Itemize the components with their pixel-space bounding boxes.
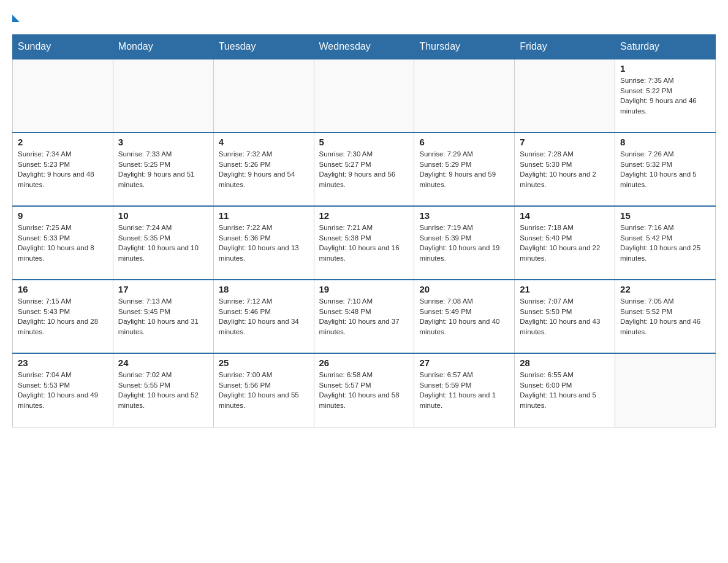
day-number: 14 — [520, 210, 610, 221]
calendar-cell — [13, 59, 113, 132]
day-info: Sunrise: 7:15 AM Sunset: 5:43 PM Dayligh… — [18, 296, 108, 337]
calendar-header-saturday: Saturday — [615, 35, 716, 59]
calendar-cell: 27Sunrise: 6:57 AM Sunset: 5:59 PM Dayli… — [414, 353, 515, 427]
day-info: Sunrise: 7:34 AM Sunset: 5:23 PM Dayligh… — [18, 149, 108, 190]
day-info: Sunrise: 7:32 AM Sunset: 5:26 PM Dayligh… — [219, 149, 309, 190]
day-info: Sunrise: 7:33 AM Sunset: 5:25 PM Dayligh… — [118, 149, 208, 190]
day-info: Sunrise: 7:30 AM Sunset: 5:27 PM Dayligh… — [319, 149, 409, 190]
day-info: Sunrise: 7:16 AM Sunset: 5:42 PM Dayligh… — [620, 223, 710, 264]
day-info: Sunrise: 7:10 AM Sunset: 5:48 PM Dayligh… — [319, 296, 409, 337]
calendar-cell: 11Sunrise: 7:22 AM Sunset: 5:36 PM Dayli… — [213, 206, 314, 280]
calendar-cell: 22Sunrise: 7:05 AM Sunset: 5:52 PM Dayli… — [615, 280, 716, 353]
calendar-cell: 19Sunrise: 7:10 AM Sunset: 5:48 PM Dayli… — [314, 280, 414, 353]
calendar-cell: 20Sunrise: 7:08 AM Sunset: 5:49 PM Dayli… — [414, 280, 515, 353]
day-info: Sunrise: 7:25 AM Sunset: 5:33 PM Dayligh… — [18, 223, 108, 264]
day-info: Sunrise: 7:22 AM Sunset: 5:36 PM Dayligh… — [219, 223, 309, 264]
day-number: 13 — [419, 210, 509, 221]
calendar-cell: 24Sunrise: 7:02 AM Sunset: 5:55 PM Dayli… — [113, 353, 213, 427]
day-number: 17 — [118, 284, 208, 294]
calendar-cell: 26Sunrise: 6:58 AM Sunset: 5:57 PM Dayli… — [314, 353, 414, 427]
calendar-cell: 15Sunrise: 7:16 AM Sunset: 5:42 PM Dayli… — [615, 206, 716, 280]
day-info: Sunrise: 7:24 AM Sunset: 5:35 PM Dayligh… — [118, 223, 208, 264]
day-info: Sunrise: 7:21 AM Sunset: 5:38 PM Dayligh… — [319, 223, 409, 264]
day-number: 25 — [219, 358, 309, 368]
day-number: 19 — [319, 284, 409, 294]
calendar-week-row: 1Sunrise: 7:35 AM Sunset: 5:22 PM Daylig… — [13, 59, 716, 132]
day-number: 3 — [118, 137, 208, 147]
calendar-cell: 7Sunrise: 7:28 AM Sunset: 5:30 PM Daylig… — [515, 132, 615, 206]
day-number: 2 — [18, 137, 108, 147]
calendar-cell: 23Sunrise: 7:04 AM Sunset: 5:53 PM Dayli… — [13, 353, 113, 427]
calendar-cell — [113, 59, 213, 132]
day-number: 4 — [219, 137, 309, 147]
calendar-header-tuesday: Tuesday — [213, 35, 314, 59]
day-number: 15 — [620, 210, 710, 221]
day-info: Sunrise: 7:07 AM Sunset: 5:50 PM Dayligh… — [520, 296, 610, 337]
calendar-cell — [213, 59, 314, 132]
calendar-header-sunday: Sunday — [13, 35, 113, 59]
day-info: Sunrise: 7:29 AM Sunset: 5:29 PM Dayligh… — [419, 149, 509, 190]
calendar-cell: 4Sunrise: 7:32 AM Sunset: 5:26 PM Daylig… — [213, 132, 314, 206]
calendar-cell: 5Sunrise: 7:30 AM Sunset: 5:27 PM Daylig… — [314, 132, 414, 206]
day-info: Sunrise: 7:08 AM Sunset: 5:49 PM Dayligh… — [419, 296, 509, 337]
day-info: Sunrise: 7:02 AM Sunset: 5:55 PM Dayligh… — [118, 370, 208, 411]
day-number: 10 — [118, 210, 208, 221]
day-number: 12 — [319, 210, 409, 221]
calendar-header-row: SundayMondayTuesdayWednesdayThursdayFrid… — [13, 35, 716, 59]
day-info: Sunrise: 7:28 AM Sunset: 5:30 PM Dayligh… — [520, 149, 610, 190]
logo — [12, 12, 20, 22]
day-info: Sunrise: 7:13 AM Sunset: 5:45 PM Dayligh… — [118, 296, 208, 337]
calendar-header-monday: Monday — [113, 35, 213, 59]
calendar-header-wednesday: Wednesday — [314, 35, 414, 59]
day-number: 9 — [18, 210, 108, 221]
day-info: Sunrise: 7:05 AM Sunset: 5:52 PM Dayligh… — [620, 296, 710, 337]
day-info: Sunrise: 6:58 AM Sunset: 5:57 PM Dayligh… — [319, 370, 409, 411]
day-number: 11 — [219, 210, 309, 221]
calendar-cell: 28Sunrise: 6:55 AM Sunset: 6:00 PM Dayli… — [515, 353, 615, 427]
calendar-cell: 1Sunrise: 7:35 AM Sunset: 5:22 PM Daylig… — [615, 59, 716, 132]
day-info: Sunrise: 7:00 AM Sunset: 5:56 PM Dayligh… — [219, 370, 309, 411]
day-number: 8 — [620, 137, 710, 147]
calendar-week-row: 16Sunrise: 7:15 AM Sunset: 5:43 PM Dayli… — [13, 280, 716, 353]
day-number: 21 — [520, 284, 610, 294]
day-number: 1 — [620, 63, 710, 74]
day-number: 7 — [520, 137, 610, 147]
day-number: 24 — [118, 358, 208, 368]
day-number: 18 — [219, 284, 309, 294]
calendar-cell: 13Sunrise: 7:19 AM Sunset: 5:39 PM Dayli… — [414, 206, 515, 280]
day-info: Sunrise: 7:12 AM Sunset: 5:46 PM Dayligh… — [219, 296, 309, 337]
day-info: Sunrise: 7:18 AM Sunset: 5:40 PM Dayligh… — [520, 223, 610, 264]
calendar-header-thursday: Thursday — [414, 35, 515, 59]
page-header — [12, 12, 716, 22]
day-info: Sunrise: 6:55 AM Sunset: 6:00 PM Dayligh… — [520, 370, 610, 411]
calendar-cell: 18Sunrise: 7:12 AM Sunset: 5:46 PM Dayli… — [213, 280, 314, 353]
day-info: Sunrise: 7:35 AM Sunset: 5:22 PM Dayligh… — [620, 75, 710, 117]
day-number: 28 — [520, 358, 610, 368]
calendar-cell: 9Sunrise: 7:25 AM Sunset: 5:33 PM Daylig… — [13, 206, 113, 280]
day-info: Sunrise: 6:57 AM Sunset: 5:59 PM Dayligh… — [419, 370, 509, 411]
calendar-cell: 3Sunrise: 7:33 AM Sunset: 5:25 PM Daylig… — [113, 132, 213, 206]
calendar-cell: 2Sunrise: 7:34 AM Sunset: 5:23 PM Daylig… — [13, 132, 113, 206]
calendar-cell — [515, 59, 615, 132]
logo-arrow-icon — [12, 15, 20, 22]
calendar-table: SundayMondayTuesdayWednesdayThursdayFrid… — [12, 34, 716, 427]
day-number: 22 — [620, 284, 710, 294]
day-number: 20 — [419, 284, 509, 294]
calendar-cell: 17Sunrise: 7:13 AM Sunset: 5:45 PM Dayli… — [113, 280, 213, 353]
day-info: Sunrise: 7:19 AM Sunset: 5:39 PM Dayligh… — [419, 223, 509, 264]
calendar-cell — [414, 59, 515, 132]
calendar-cell: 8Sunrise: 7:26 AM Sunset: 5:32 PM Daylig… — [615, 132, 716, 206]
calendar-week-row: 23Sunrise: 7:04 AM Sunset: 5:53 PM Dayli… — [13, 353, 716, 427]
day-number: 16 — [18, 284, 108, 294]
day-number: 6 — [419, 137, 509, 147]
calendar-cell: 10Sunrise: 7:24 AM Sunset: 5:35 PM Dayli… — [113, 206, 213, 280]
calendar-week-row: 9Sunrise: 7:25 AM Sunset: 5:33 PM Daylig… — [13, 206, 716, 280]
calendar-cell — [615, 353, 716, 427]
calendar-cell: 12Sunrise: 7:21 AM Sunset: 5:38 PM Dayli… — [314, 206, 414, 280]
day-number: 23 — [18, 358, 108, 368]
calendar-cell: 14Sunrise: 7:18 AM Sunset: 5:40 PM Dayli… — [515, 206, 615, 280]
calendar-cell — [314, 59, 414, 132]
calendar-week-row: 2Sunrise: 7:34 AM Sunset: 5:23 PM Daylig… — [13, 132, 716, 206]
day-number: 26 — [319, 358, 409, 368]
day-number: 27 — [419, 358, 509, 368]
